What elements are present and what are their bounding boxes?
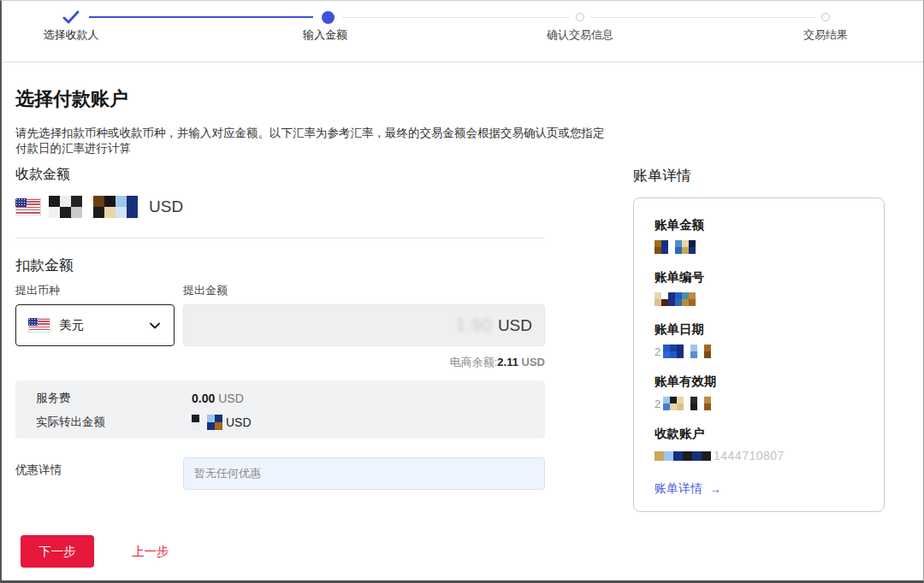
bill-amount-redacted-value [654, 240, 696, 254]
bill-details-card: 账单金额 账单编号 账单日期 2 账单有效期 2 [633, 197, 885, 512]
actual-transfer-currency: USD [226, 415, 252, 429]
bill-details-title: 账单详情 [633, 166, 691, 186]
previous-step-link[interactable]: 上一步 [132, 544, 169, 560]
progress-stepper: 选择收款人 输入金额 确认交易信息 交易结果 [2, 1, 923, 62]
arrow-right-icon: → [709, 482, 721, 496]
receiving-account-suffix: 1444710807 [714, 449, 785, 462]
bill-details-link[interactable]: 账单详情 → [654, 481, 863, 497]
step-label-enter-amount[interactable]: 输入金额 [270, 27, 381, 43]
currency-select-value: 美元 [59, 317, 139, 333]
withdraw-currency-label: 提出币种 [15, 283, 60, 298]
bill-validity-redacted-value [663, 397, 711, 410]
actual-transfer-label: 实际转出金额 [36, 415, 192, 430]
us-flag-icon [15, 198, 41, 215]
receiving-account-label: 收款账户 [654, 426, 863, 442]
app-window: 选择收款人 输入金额 确认交易信息 交易结果 选择付款账户 请先选择扣款币种或收… [0, 0, 924, 583]
actual-transfer-row: 实际转出金额 USD [36, 415, 252, 430]
withdraw-amount-label: 提出金额 [183, 283, 228, 298]
currency-select[interactable]: 美元 [15, 304, 175, 346]
service-fee-value: 0.00 [192, 392, 215, 405]
bill-amount-label: 账单金额 [654, 217, 863, 233]
promo-box: 暂无任何优惠 [183, 457, 545, 490]
withdraw-amount-currency: USD [498, 316, 532, 335]
step-label-select-payee[interactable]: 选择收款人 [15, 27, 127, 43]
withdraw-amount-input[interactable]: 1.90 USD [183, 304, 545, 346]
bill-details-link-label: 账单详情 [654, 481, 702, 497]
stepper-line-pending-1 [342, 17, 570, 18]
deduct-amount-label: 扣款金额 [15, 256, 74, 275]
bill-amount-item: 账单金额 [654, 217, 863, 254]
page-title: 选择付款账户 [15, 86, 128, 112]
service-fee-row: 服务费 0.00 USD [36, 391, 244, 406]
bill-number-item: 账单编号 [654, 269, 863, 306]
receive-amount-label: 收款金额 [15, 166, 70, 184]
balance-line: 电商余额:2.11 USD [183, 355, 545, 370]
bill-date-redacted-value [663, 344, 711, 358]
next-step-button[interactable]: 下一步 [21, 535, 94, 568]
step-pending-circle-icon[interactable] [821, 13, 830, 21]
us-flag-icon [28, 318, 50, 333]
bill-number-redacted-value [654, 292, 696, 306]
bill-date-item: 账单日期 2 [654, 321, 863, 358]
step-active-dot-icon[interactable] [322, 11, 335, 24]
stepper-line-done [89, 16, 313, 18]
balance-label: 电商余额: [450, 356, 498, 368]
section-divider [15, 238, 545, 238]
page-subtitle: 请先选择扣款币种或收款币种，并输入对应金额。以下汇率为参考汇率，最终的交易金额会… [15, 126, 614, 156]
receive-amount-redacted-value [49, 196, 138, 218]
receive-currency-label: USD [149, 197, 183, 216]
promo-label: 优惠详情 [15, 462, 62, 478]
step-pending-circle-icon[interactable] [576, 13, 584, 21]
step-done-check-icon[interactable] [61, 7, 81, 27]
receiving-account-item: 收款账户 1444710807 [654, 426, 863, 462]
step-label-result[interactable]: 交易结果 [770, 27, 881, 43]
promo-empty-text: 暂无任何优惠 [194, 466, 261, 481]
bill-validity-label: 账单有效期 [654, 374, 863, 390]
chevron-down-icon [148, 319, 162, 333]
service-fee-label: 服务费 [36, 391, 192, 406]
receiving-account-redacted-value [654, 451, 711, 461]
bill-date-label: 账单日期 [654, 321, 863, 338]
balance-value: 2.11 [497, 356, 518, 368]
bill-number-label: 账单编号 [654, 269, 863, 286]
withdraw-amount-redacted-value: 1.90 [456, 315, 493, 335]
receive-amount-row: USD [15, 195, 183, 219]
step-label-confirm-info[interactable]: 确认交易信息 [512, 27, 649, 43]
fees-panel: 服务费 0.00 USD 实际转出金额 USD [15, 380, 545, 439]
bill-date-prefix: 2 [654, 345, 660, 358]
bill-validity-prefix: 2 [654, 398, 660, 410]
actual-transfer-redacted-value [192, 415, 222, 430]
stepper-line-pending-2 [590, 17, 816, 18]
bill-validity-item: 账单有效期 2 [654, 374, 863, 410]
balance-currency: USD [522, 356, 545, 368]
service-fee-currency: USD [218, 392, 244, 405]
